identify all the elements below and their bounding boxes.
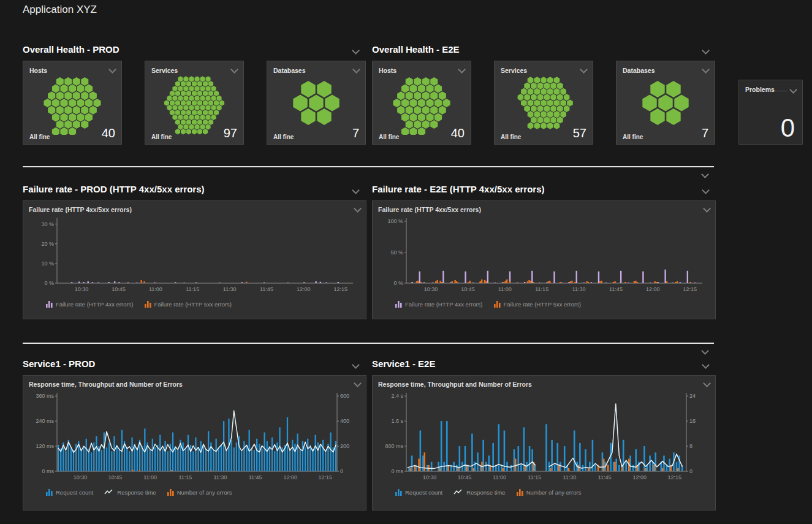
svg-text:0 %: 0 %: [44, 280, 54, 286]
chevron-down-icon[interactable]: [702, 186, 710, 194]
legend-item-request-count[interactable]: Request count: [395, 488, 442, 496]
svg-text:10 %: 10 %: [41, 260, 54, 267]
svg-text:800 ms: 800 ms: [385, 443, 403, 449]
svg-text:11:00: 11:00: [498, 286, 512, 292]
entity-count: 40: [451, 126, 465, 140]
svg-text:30 %: 30 %: [41, 221, 54, 227]
health-tile-prod-services[interactable]: ServicesAll fine97: [145, 61, 244, 145]
legend-label: Failure rate (HTTP 4xx errors): [405, 301, 483, 308]
legend-label: Number of any errors: [526, 489, 582, 496]
legend-item-request-count[interactable]: Request count: [46, 488, 93, 496]
dashboard: Application XYZ Overall Health - PROD Ov…: [0, 0, 812, 524]
bar-series-icon: [167, 488, 174, 496]
chevron-down-icon[interactable]: [352, 186, 360, 194]
svg-text:11:15: 11:15: [186, 286, 199, 292]
legend-item-response-time[interactable]: Response time: [104, 489, 156, 496]
chevron-down-icon[interactable]: [702, 361, 710, 369]
entity-count: 97: [224, 126, 237, 140]
chart-legend: Request countResponse timeNumber of any …: [46, 488, 360, 496]
chevron-down-icon[interactable]: [352, 361, 360, 369]
health-tile-e2e-databases[interactable]: DatabasesAll fine7: [616, 61, 715, 145]
svg-text:11:00: 11:00: [149, 286, 162, 292]
svg-text:12:15: 12:15: [668, 474, 682, 480]
section-title-failure-rate-e2e: Failure rate - E2E (HTTP 4xx/5xx errors): [372, 184, 545, 194]
status-text: All fine: [29, 134, 50, 140]
legend-label: Response time: [466, 489, 505, 496]
status-text: All fine: [501, 134, 521, 140]
bar-series-icon: [517, 488, 523, 496]
section-title-service1-e2e: Service1 - E2E: [372, 359, 435, 369]
entity-count: 57: [573, 126, 586, 140]
svg-text:10:45: 10:45: [108, 474, 123, 480]
problems-underline: [775, 91, 787, 91]
svg-text:12:00: 12:00: [646, 286, 660, 292]
honeycomb-chart: [495, 71, 593, 135]
status-text: All fine: [151, 134, 172, 140]
legend-item-response-time[interactable]: Response time: [453, 489, 505, 496]
svg-text:10:30: 10:30: [423, 474, 437, 480]
svg-text:12:15: 12:15: [683, 286, 697, 292]
chevron-down-icon[interactable]: [701, 347, 709, 355]
chevron-down-icon[interactable]: [703, 379, 711, 387]
chevron-down-icon[interactable]: [352, 47, 360, 55]
legend-label: Request count: [405, 489, 442, 496]
svg-text:16: 16: [689, 418, 696, 424]
chevron-down-icon[interactable]: [701, 170, 709, 178]
honeycomb-chart: [23, 71, 121, 135]
page-title: Application XYZ: [23, 4, 97, 16]
chevron-down-icon[interactable]: [354, 205, 362, 213]
svg-text:200: 200: [340, 443, 349, 449]
health-tile-e2e-hosts[interactable]: HostsAll fine40: [372, 61, 471, 145]
section-title-failure-rate-prod: Failure rate - PROD (HTTP 4xx/5xx errors…: [23, 184, 205, 194]
bar-series-icon: [46, 300, 53, 308]
failure-rate-e2e-chart-tile[interactable]: Failure rate (HTTP 4xx/5xx errors)0 %50 …: [372, 200, 716, 319]
chevron-down-icon[interactable]: [789, 86, 797, 94]
failure-e2e-chart: 0 %50 %100 %10:3010:4511:0011:1511:3011:…: [378, 213, 708, 294]
entity-count: 40: [102, 126, 115, 140]
failure-prod-chart: 0 %10 %20 %30 %10:3010:4511:0011:1511:30…: [29, 213, 359, 294]
svg-text:100 %: 100 %: [387, 218, 403, 224]
chevron-down-icon[interactable]: [354, 379, 362, 387]
section-title-overall-health-prod: Overall Health - PROD: [23, 44, 120, 55]
service1-e2e-chart-tile[interactable]: Response time, Throughput and Number of …: [372, 375, 716, 511]
line-series-icon: [104, 489, 114, 495]
bar-series-icon: [395, 488, 402, 496]
service1-prod-chart-tile[interactable]: Response time, Throughput and Number of …: [23, 375, 366, 511]
section-divider: [23, 166, 714, 167]
service-prod-chart: 0 ms120 ms240 ms360 ms020040060010:3010:…: [29, 388, 359, 482]
legend-item-failure-rate-http-5xx-errors-[interactable]: Failure rate (HTTP 5xx errors): [145, 300, 232, 308]
legend-item-number-of-any-errors[interactable]: Number of any errors: [517, 488, 582, 496]
svg-text:11:45: 11:45: [609, 286, 623, 292]
svg-text:11:15: 11:15: [178, 474, 192, 480]
svg-text:11:45: 11:45: [260, 286, 273, 292]
legend-item-number-of-any-errors[interactable]: Number of any errors: [167, 488, 232, 496]
svg-text:1.6 s: 1.6 s: [391, 418, 403, 424]
legend-item-failure-rate-http-4xx-errors-[interactable]: Failure rate (HTTP 4xx errors): [46, 300, 134, 308]
legend-item-failure-rate-http-5xx-errors-[interactable]: Failure rate (HTTP 5xx errors): [494, 300, 582, 308]
svg-text:10:45: 10:45: [112, 286, 126, 292]
legend-label: Request count: [56, 489, 93, 496]
svg-text:10:45: 10:45: [461, 286, 475, 292]
problems-tile[interactable]: Problems 0: [738, 80, 803, 145]
svg-text:12:15: 12:15: [333, 286, 347, 292]
svg-text:11:15: 11:15: [535, 286, 548, 292]
failure-rate-prod-chart-tile[interactable]: Failure rate (HTTP 4xx/5xx errors)0 %10 …: [23, 200, 366, 319]
svg-text:24: 24: [689, 393, 696, 399]
health-tile-prod-hosts[interactable]: HostsAll fine40: [23, 61, 122, 145]
svg-text:0: 0: [340, 468, 343, 474]
honeycomb-chart: [617, 71, 715, 135]
svg-text:11:45: 11:45: [598, 474, 612, 480]
health-tiles-prod: HostsAll fine40ServicesAll fine97Databas…: [23, 61, 367, 145]
legend-item-failure-rate-http-4xx-errors-[interactable]: Failure rate (HTTP 4xx errors): [395, 300, 483, 308]
health-tile-prod-databases[interactable]: DatabasesAll fine7: [267, 61, 366, 145]
entity-count: 7: [352, 126, 359, 140]
svg-text:10:30: 10:30: [424, 286, 438, 292]
svg-text:12:00: 12:00: [283, 474, 297, 480]
chevron-down-icon[interactable]: [703, 205, 711, 213]
legend-label: Failure rate (HTTP 4xx errors): [56, 301, 134, 308]
health-tile-e2e-services[interactable]: ServicesAll fine57: [494, 61, 593, 145]
chevron-down-icon[interactable]: [702, 47, 710, 55]
svg-text:0 %: 0 %: [393, 280, 403, 286]
problems-count: 0: [781, 113, 795, 143]
svg-text:11:30: 11:30: [223, 286, 237, 292]
